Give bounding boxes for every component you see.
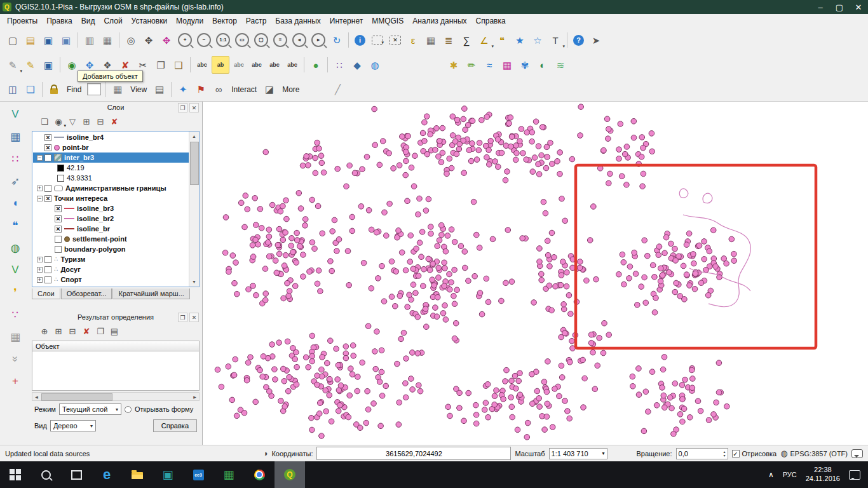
filter-legend-button[interactable]: ▽ (66, 115, 79, 128)
save-project-as[interactable]: ▣ (58, 32, 74, 48)
interact-icon[interactable]: ◪ (261, 81, 278, 98)
layer-checkbox[interactable]: × (55, 226, 62, 233)
layer-checkbox[interactable] (44, 276, 51, 283)
expander-icon[interactable]: − (37, 155, 43, 161)
label-move[interactable]: abc (248, 57, 265, 73)
touch-zoom-pan[interactable]: ◎ (123, 32, 139, 48)
new-print-composer[interactable]: ▥ (81, 32, 98, 48)
dock-icon-a[interactable]: ◫ (4, 81, 21, 98)
refresh-map[interactable]: ↻ (329, 32, 345, 48)
layer-point-br[interactable]: ×point-br (33, 142, 189, 152)
layer-checkbox[interactable] (44, 185, 51, 192)
composer-manager[interactable]: ▦ (99, 32, 116, 48)
find-label[interactable]: Find (67, 85, 81, 94)
log-messages-icon[interactable] (851, 449, 863, 458)
copy-result-button[interactable]: ❐ (94, 325, 107, 337)
new-bookmark[interactable]: ★ (512, 32, 528, 48)
zoom-in[interactable]: + (178, 33, 192, 47)
collapse-all-button[interactable]: ⊟ (94, 115, 107, 128)
help-button[interactable]: Справка (153, 419, 197, 432)
comma-icon[interactable]: ❜ (8, 285, 23, 300)
menu-item-11[interactable]: MMQGIS (367, 15, 408, 27)
group-leisure[interactable]: +∴Досуг (33, 264, 189, 274)
label-properties[interactable]: abc (284, 57, 301, 73)
geometry-plugin[interactable]: ◆ (349, 57, 365, 73)
zoom-full[interactable]: ▭ (235, 33, 249, 47)
layers-vertical-scrollbar[interactable]: ▲ ▼ (189, 132, 199, 287)
raster-grid-icon[interactable]: ▦ (8, 129, 23, 144)
layer-checkbox[interactable]: × (55, 205, 62, 212)
expander-icon[interactable]: + (37, 186, 43, 191)
plugin-icon-5[interactable]: ✾ (517, 57, 533, 73)
expand-results-button[interactable]: ⊞ (52, 325, 65, 337)
qgis-app[interactable]: Q (275, 461, 305, 488)
zoom-next[interactable]: ▸ (311, 33, 325, 47)
copy-features[interactable]: ❐ (153, 57, 169, 73)
plugin-icon-1[interactable]: ✱ (445, 57, 462, 73)
search-button[interactable] (31, 461, 61, 488)
vector-select-icon[interactable]: V (8, 107, 23, 122)
add-group-button[interactable]: ❏ (38, 115, 51, 128)
help-button[interactable]: ? (573, 35, 584, 46)
layer-checkbox[interactable]: × (44, 134, 51, 141)
interact-label[interactable]: Interact (231, 85, 257, 94)
layer-settlement-point[interactable]: settlement-point (33, 234, 189, 244)
scale-combo[interactable]: 1:1 403 710▾ (549, 448, 607, 459)
crs-status-button[interactable]: ◍ EPSG:3857 (OTF) (780, 449, 848, 458)
minimize-button[interactable]: – (811, 0, 830, 14)
layer-visibility-button[interactable]: ◉▾ (52, 115, 65, 128)
green-v-icon[interactable]: V (8, 262, 23, 278)
pan-to-selection[interactable]: ✥ (158, 32, 175, 48)
file-explorer-app[interactable] (122, 461, 153, 488)
small-grid-icon[interactable]: ▦ (8, 329, 23, 344)
results-column-header[interactable]: Объект (32, 341, 200, 351)
identify-features[interactable]: i (355, 35, 365, 46)
select-by-expression[interactable]: ε (405, 32, 421, 48)
view-combo[interactable]: Дерево▾ (50, 420, 96, 431)
dots-plugin[interactable]: ∷ (331, 57, 348, 73)
field-calculator[interactable]: ≣ (440, 32, 457, 48)
scroll-up-icon[interactable]: ▲ (189, 132, 199, 141)
map-canvas[interactable] (202, 102, 868, 445)
expander-icon[interactable]: + (37, 257, 43, 262)
select-features[interactable]: ▾ (372, 36, 383, 45)
menu-item-1[interactable]: Проекты (3, 15, 42, 27)
float-panel-icon[interactable]: ❐ (178, 103, 187, 112)
plugin-icon-7[interactable]: ≋ (552, 57, 569, 73)
find-box[interactable] (87, 83, 101, 95)
tab-layers[interactable]: Слои (32, 288, 60, 299)
curve-icon[interactable]: ╱ (330, 81, 346, 98)
dock-icon-b[interactable]: ❏ (22, 81, 39, 98)
zoom-last[interactable]: ◂ (292, 33, 306, 47)
close-button[interactable]: ✕ (849, 0, 868, 14)
group-admin-borders[interactable]: +Административные границы (33, 183, 189, 193)
group-sport[interactable]: +∴Спорт (33, 274, 189, 285)
layer-checkbox[interactable] (55, 246, 62, 253)
more-label[interactable]: More (282, 85, 299, 94)
edge-app[interactable]: e (92, 461, 122, 488)
expander-icon[interactable]: + (37, 277, 43, 283)
group-tourism[interactable]: +∴Туризм (33, 254, 189, 264)
clear-results-button[interactable]: ✘ (80, 325, 93, 337)
results-list[interactable] (32, 351, 200, 391)
new-project[interactable]: ▢ (4, 32, 21, 48)
red-cross-icon[interactable]: + (8, 374, 23, 389)
layer-checkbox[interactable] (55, 236, 62, 243)
menu-item-6[interactable]: Модули (172, 15, 208, 27)
start-button[interactable] (0, 461, 31, 488)
layer-checkbox[interactable]: × (55, 215, 62, 222)
map-tips[interactable]: ❝ (494, 32, 510, 48)
grid-icon[interactable]: ▦ (109, 81, 126, 98)
layer-isoline-br[interactable]: ×isoline_br (33, 224, 189, 234)
osm-plugin[interactable]: ● (308, 57, 324, 73)
menu-item-5[interactable]: Установки (127, 15, 172, 27)
statistics-sum[interactable]: ∑ (458, 32, 475, 48)
pan-map[interactable]: ✥ (140, 32, 157, 48)
open-project[interactable]: ▤ (22, 32, 39, 48)
tray-expand-icon[interactable]: ∧ (768, 470, 774, 479)
scrollbar-thumb[interactable] (190, 142, 199, 185)
maximize-button[interactable]: ▢ (830, 0, 849, 14)
save-layer-edits[interactable]: ▣ (40, 57, 57, 73)
scroll-left-icon[interactable]: ◀ (32, 393, 41, 400)
menu-item-9[interactable]: База данных (271, 15, 325, 27)
